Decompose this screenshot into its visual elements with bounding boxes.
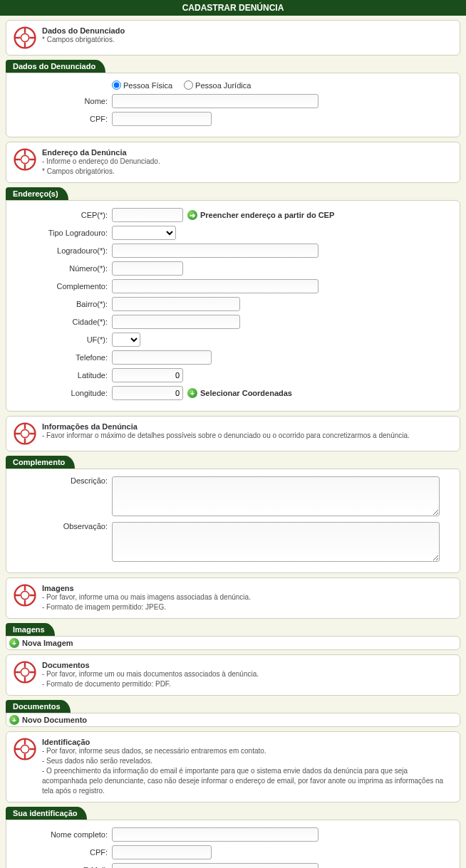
panel-subtitle: - Por favor, informe um ou mais document… [42,669,452,679]
panel-title: Imagens [42,584,452,592]
lifebuoy-icon [14,148,36,171]
panel-subtitle: - Por favor, informe uma ou mais imagens… [42,592,452,602]
cpf-id-input[interactable] [112,845,212,859]
novo-documento-link[interactable]: +Novo Documento [9,715,87,725]
panel-title: Dados do Denunciado [42,26,452,35]
panel-subtitle: - Favor informar o máximo de detalhes po… [42,431,452,441]
page-title: CADASTRAR DENÚNCIA [0,0,466,16]
panel-subtitle: * Campos obrigatórios. [42,35,452,45]
descricao-textarea[interactable] [112,476,440,516]
label-cpf-id: CPF: [15,848,108,857]
section-tab-identificacao: Sua identificação [6,807,87,820]
label-tipo-logradouro: Tipo Logradouro: [15,229,108,237]
label-cidade: Cidade(*): [15,318,108,326]
panel-title: Documentos [42,661,452,669]
label-cpf: CPF: [15,115,108,123]
lifebuoy-icon [14,661,36,684]
complemento-input[interactable] [112,279,319,293]
label-descricao: Descrição: [15,476,108,485]
label-latitude: Latitude: [15,371,108,380]
cidade-input[interactable] [112,315,240,329]
panel-title: Endereço da Denúncia [42,148,452,157]
selecionar-coordenadas-link[interactable]: +Selecionar Coordenadas [187,388,292,398]
panel-endereco-header: Endereço da Denúncia - Informe o endereç… [6,142,460,183]
panel-subtitle: * Campos obrigatórios. [42,167,452,177]
nova-imagem-link[interactable]: +Nova Imagem [9,638,73,648]
section-imagens: +Nova Imagem [6,636,460,650]
observacao-textarea[interactable] [112,522,440,562]
section-documentos: +Novo Documento [6,713,460,727]
label-complemento: Complemento: [15,282,108,291]
panel-title: Identificação [42,738,452,746]
panel-dados-header: Dados do Denunciado * Campos obrigatório… [6,20,460,56]
radio-pessoa-juridica[interactable]: Pessoa Jurídica [184,80,251,90]
label-telefone: Telefone: [15,353,108,362]
label-uf: UF(*): [15,335,108,344]
panel-info-header: Informações da Denúncia - Favor informar… [6,416,460,451]
lifebuoy-icon [14,738,36,760]
lifebuoy-icon [14,584,36,607]
section-dados: Pessoa Física Pessoa Jurídica Nome: CPF: [6,73,460,137]
label-logradouro: Logradouro(*): [15,246,108,255]
panel-subtitle: - Informe o endereço do Denunciado. [42,157,452,167]
panel-identificacao-header: Identificação - Por favor, informe seus … [6,731,460,802]
radio-pf-input[interactable] [112,80,121,90]
section-tab-complemento: Complemento [6,456,75,469]
label-bairro: Bairro(*): [15,300,108,308]
panel-subtitle: - Formato de imagem permitido: JPEG. [42,602,452,612]
logradouro-input[interactable] [112,244,319,258]
label-nome-completo: Nome completo: [15,830,108,839]
label-longitude: Longitude: [15,389,108,397]
label-nome: Nome: [15,97,108,105]
panel-subtitle: - O preenchimento da informação do email… [42,766,452,796]
plus-icon: + [9,638,19,648]
panel-documentos-header: Documentos - Por favor, informe um ou ma… [6,654,460,696]
latitude-input[interactable] [112,368,183,382]
section-complemento: Descrição: Observação: [6,469,460,573]
svg-point-11 [21,745,29,753]
longitude-input[interactable] [112,386,183,400]
label-observacao: Observação: [15,522,108,530]
section-tab-endereco: Endereço(s) [6,187,68,200]
cep-input[interactable] [112,208,183,222]
svg-point-7 [21,591,29,599]
uf-select[interactable] [112,333,140,347]
nome-input[interactable] [112,94,319,108]
panel-title: Informações da Denúncia [42,422,452,431]
panel-subtitle: - Por favor, informe seus dados, se nece… [42,746,452,756]
plus-icon: + [187,388,197,398]
svg-point-9 [21,668,29,676]
section-tab-dados: Dados do Denunciado [6,60,105,73]
preencher-cep-link[interactable]: ➜Preencher endereço a partir do CEP [187,210,334,220]
telefone-input[interactable] [112,350,212,365]
label-numero: Número(*): [15,264,108,273]
panel-imagens-header: Imagens - Por favor, informe uma ou mais… [6,577,460,619]
nome-completo-input[interactable] [112,827,319,842]
tipo-logradouro-select[interactable] [112,226,176,240]
arrow-right-icon: ➜ [187,210,197,220]
lifebuoy-icon [14,26,36,49]
email-input[interactable] [112,863,319,868]
plus-icon: + [9,715,19,725]
bairro-input[interactable] [112,297,240,311]
radio-pessoa-fisica[interactable]: Pessoa Física [112,80,172,90]
panel-subtitle: - Formato de documento permitido: PDF. [42,679,452,689]
lifebuoy-icon [14,422,36,445]
section-identificacao: Nome completo: CPF: E-Mail: Telefone: [6,820,460,868]
svg-point-1 [21,33,29,41]
label-cep: CEP(*): [15,211,108,219]
cpf-input[interactable] [112,112,212,126]
section-tab-documentos: Documentos [6,700,71,713]
svg-point-3 [21,155,29,163]
panel-subtitle: - Seus dados não serão revelados. [42,756,452,766]
svg-point-5 [21,429,29,437]
section-tab-imagens: Imagens [6,623,55,636]
numero-input[interactable] [112,261,183,276]
radio-pj-input[interactable] [184,80,193,90]
section-endereco: CEP(*): ➜Preencher endereço a partir do … [6,200,460,412]
